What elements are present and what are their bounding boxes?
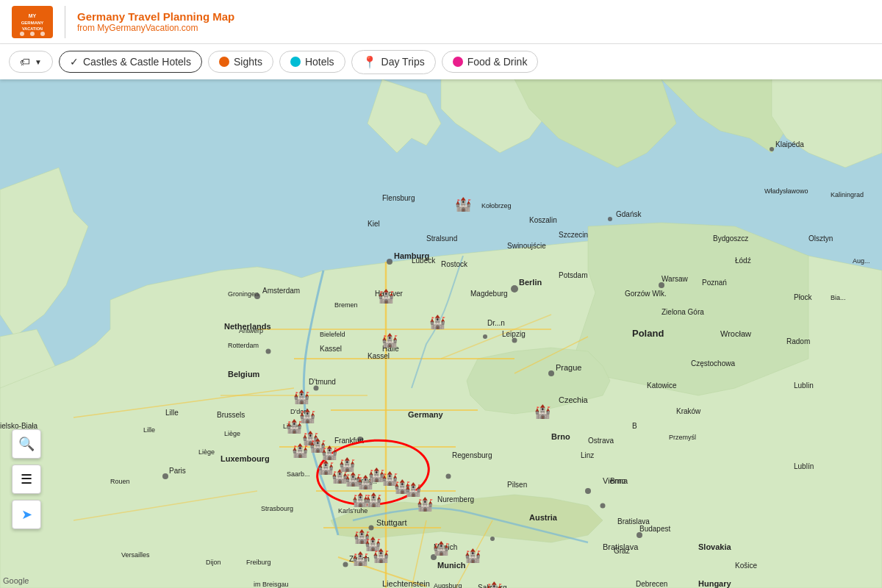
app-title: Germany Travel Planning Map xyxy=(77,10,234,23)
svg-text:Dr...n: Dr...n xyxy=(487,319,505,327)
svg-point-31 xyxy=(446,474,451,479)
svg-point-5 xyxy=(30,32,35,36)
navigate-button[interactable]: ➤ xyxy=(12,500,41,529)
chevron-down-icon: ▼ xyxy=(35,58,42,66)
svg-text:Graz: Graz xyxy=(614,547,630,555)
svg-text:Lille: Lille xyxy=(143,426,155,434)
svg-text:Prague: Prague xyxy=(556,363,581,372)
food-dot xyxy=(453,57,463,67)
search-icon: 🔍 xyxy=(18,436,35,452)
svg-text:Gorzów Wlk.: Gorzów Wlk. xyxy=(625,290,667,298)
castle-marker[interactable]: 🏰 xyxy=(352,552,368,565)
filter-icon: ☰ xyxy=(21,471,32,487)
svg-text:Paris: Paris xyxy=(169,467,186,475)
svg-point-28 xyxy=(314,386,319,391)
svg-text:Kołobrzeg: Kołobrzeg xyxy=(481,202,512,209)
castle-marker[interactable]: 🏰 xyxy=(405,483,421,496)
svg-text:Stralsund: Stralsund xyxy=(426,234,457,243)
svg-text:Gdańsk: Gdańsk xyxy=(616,210,642,218)
svg-text:Košice: Košice xyxy=(735,562,757,570)
svg-text:Ostrava: Ostrava xyxy=(588,437,614,445)
castle-marker[interactable]: 🏰 xyxy=(321,446,337,459)
castles-filter-label: Castles & Castle Hotels xyxy=(83,56,191,68)
castles-filter-button[interactable]: ✓ Castles & Castle Hotels xyxy=(59,51,202,73)
svg-point-40 xyxy=(637,532,642,538)
castle-marker[interactable]: 🏰 xyxy=(455,198,471,211)
castle-marker[interactable]: 🏰 xyxy=(417,498,433,511)
svg-text:D'tmund: D'tmund xyxy=(309,378,336,386)
svg-text:Koszalin: Koszalin xyxy=(529,216,557,224)
svg-text:Rotterdam: Rotterdam xyxy=(228,342,259,349)
svg-text:Augsburg: Augsburg xyxy=(434,582,462,588)
svg-text:Klaipéda: Klaipéda xyxy=(775,140,804,148)
svg-text:Rouen: Rouen xyxy=(110,478,130,485)
castle-marker[interactable]: 🏰 xyxy=(429,315,445,329)
svg-text:Budapest: Budapest xyxy=(639,525,670,533)
castle-marker[interactable]: 🏰 xyxy=(373,549,389,562)
food-filter-label: Food & Drink xyxy=(467,56,528,68)
svg-text:Kraków: Kraków xyxy=(676,407,701,415)
svg-text:Poland: Poland xyxy=(632,328,664,339)
logo-area: MY GERMANY VACATION xyxy=(12,6,65,38)
svg-text:Brussels: Brussels xyxy=(217,411,245,419)
search-button[interactable]: 🔍 xyxy=(12,429,41,459)
svg-text:Kassel: Kassel xyxy=(368,352,390,360)
title-area: Germany Travel Planning Map from MyGerma… xyxy=(77,10,234,33)
svg-text:Radom: Radom xyxy=(786,337,810,345)
svg-text:Magdeburg: Magdeburg xyxy=(470,290,508,298)
hotels-filter-button[interactable]: Hotels xyxy=(279,51,345,73)
svg-text:Swinoujście: Swinoujście xyxy=(507,242,546,250)
castle-marker[interactable]: 🏰 xyxy=(433,542,449,555)
svg-point-43 xyxy=(770,147,774,151)
svg-text:Hungary: Hungary xyxy=(698,579,732,588)
svg-text:Regensburg: Regensburg xyxy=(452,451,492,459)
castle-marker[interactable]: 🏰 xyxy=(286,420,302,433)
svg-text:Frankfurt: Frankfurt xyxy=(334,437,364,445)
svg-point-42 xyxy=(608,217,612,221)
svg-text:Brno: Brno xyxy=(551,432,570,441)
svg-point-23 xyxy=(387,259,392,265)
castle-marker[interactable]: 🏰 xyxy=(534,405,551,418)
svg-point-30 xyxy=(483,334,487,339)
svg-text:Płock: Płock xyxy=(794,293,812,301)
castle-marker[interactable]: 🏰 xyxy=(293,390,309,404)
map-area[interactable]: Hamburg Berlin Munich Stuttgart Germany … xyxy=(0,79,882,588)
svg-text:Bratislava: Bratislava xyxy=(617,517,650,526)
svg-text:Debrecen: Debrecen xyxy=(636,580,667,588)
svg-text:Pilsen: Pilsen xyxy=(507,481,527,489)
castle-marker[interactable]: 🏰 xyxy=(339,458,355,471)
castle-marker[interactable]: 🏰 xyxy=(486,582,502,588)
sights-filter-button[interactable]: Sights xyxy=(208,51,273,73)
svg-text:Liège: Liège xyxy=(224,430,240,437)
castle-marker[interactable]: 🏰 xyxy=(365,493,381,506)
castle-marker[interactable]: 🏰 xyxy=(378,290,394,303)
svg-text:Belgium: Belgium xyxy=(228,370,260,379)
svg-point-29 xyxy=(512,338,517,343)
svg-text:Aug...: Aug... xyxy=(853,257,870,265)
svg-text:Przemyśl: Przemyśl xyxy=(669,434,696,441)
castle-marker[interactable]: 🏰 xyxy=(381,334,398,347)
castle-marker[interactable]: 🏰 xyxy=(465,549,481,562)
svg-text:Częstochowa: Częstochowa xyxy=(691,359,735,368)
header: MY GERMANY VACATION Germany Travel Plann… xyxy=(0,0,882,44)
google-logo: Google xyxy=(3,576,29,585)
filter-button[interactable]: ☰ xyxy=(12,465,41,494)
sights-filter-label: Sights xyxy=(234,56,262,68)
food-filter-button[interactable]: Food & Drink xyxy=(442,51,539,73)
svg-text:Potsdam: Potsdam xyxy=(559,271,587,279)
svg-text:Lublin: Lublin xyxy=(794,381,814,390)
castle-marker[interactable]: 🏰 xyxy=(292,444,308,457)
svg-text:Bielefeld: Bielefeld xyxy=(320,331,345,338)
svg-text:Groningen: Groningen xyxy=(228,290,259,298)
svg-text:Freiburg: Freiburg xyxy=(246,559,271,566)
svg-text:Olsztyn: Olsztyn xyxy=(808,234,833,243)
svg-text:Bia...: Bia... xyxy=(831,294,846,301)
tag-filter-button[interactable]: 🏷 ▼ xyxy=(9,51,53,73)
svg-text:Slovakia: Slovakia xyxy=(698,542,732,551)
svg-point-36 xyxy=(162,473,168,479)
svg-text:MY: MY xyxy=(29,13,37,18)
svg-text:Linz: Linz xyxy=(581,451,594,459)
daytrips-filter-button[interactable]: 📍 Day Trips xyxy=(351,50,436,74)
svg-text:Leipzig: Leipzig xyxy=(502,330,526,338)
app-subtitle: from MyGermanyVacation.com xyxy=(77,23,234,33)
